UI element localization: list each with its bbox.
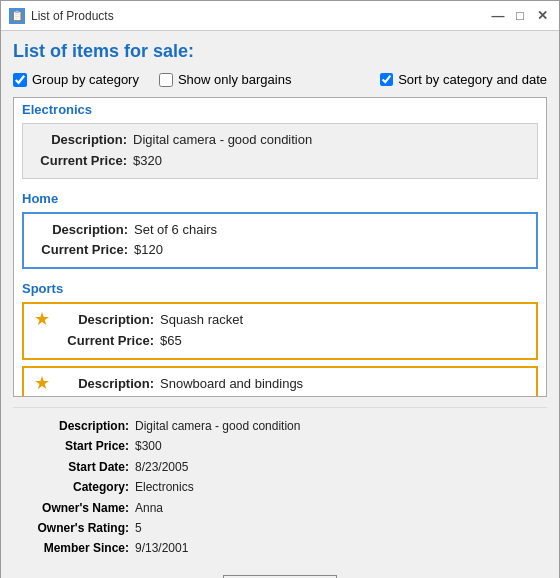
detail-owner-name-label: Owner's Name: xyxy=(25,498,135,518)
detail-member-since-row: Member Since: 9/13/2001 xyxy=(25,538,535,558)
detail-member-since-label: Member Since: xyxy=(25,538,135,558)
price-value: $320 xyxy=(133,151,162,172)
show-only-bargains-label[interactable]: Show only bargains xyxy=(178,72,291,87)
toolbar: Group by category Show only bargains Sor… xyxy=(13,72,547,87)
detail-start-price-value: $300 xyxy=(135,436,162,456)
price-label: Current Price: xyxy=(34,240,134,261)
category-sports: Sports ★ Description: Squash racket Curr… xyxy=(14,277,546,397)
window-title: List of Products xyxy=(31,9,483,23)
price-value: $65 xyxy=(160,331,182,352)
product-list[interactable]: Electronics Description: Digital camera … xyxy=(13,97,547,397)
window-controls: — □ ✕ xyxy=(489,7,551,25)
detail-start-date-row: Start Date: 8/23/2005 xyxy=(25,457,535,477)
detail-owner-name-value: Anna xyxy=(135,498,163,518)
description-value: Squash racket xyxy=(160,310,243,331)
star-icon-2: ★ xyxy=(34,374,50,392)
detail-start-date-label: Start Date: xyxy=(25,457,135,477)
product-price-row: Current Price: $320 xyxy=(33,151,527,172)
description-label: Description: xyxy=(60,310,160,331)
price-value: $150 xyxy=(160,395,189,397)
sort-label[interactable]: Sort by category and date xyxy=(398,72,547,87)
detail-description-row: Description: Digital camera - good condi… xyxy=(25,416,535,436)
product-item-bargain-2[interactable]: ★ Description: Snowboard and bindings Cu… xyxy=(22,366,538,397)
detail-owner-rating-row: Owner's Rating: 5 xyxy=(25,518,535,538)
product-item-selected[interactable]: Description: Set of 6 chairs Current Pri… xyxy=(22,212,538,270)
bottom-bar: Add Product xyxy=(13,567,547,578)
close-button[interactable]: ✕ xyxy=(533,7,551,25)
detail-description-label: Description: xyxy=(25,416,135,436)
window-icon: 📋 xyxy=(9,8,25,24)
detail-owner-rating-label: Owner's Rating: xyxy=(25,518,135,538)
maximize-button[interactable]: □ xyxy=(511,7,529,25)
sort-item: Sort by category and date xyxy=(380,72,547,87)
product-description-row: Description: Set of 6 chairs xyxy=(34,220,526,241)
description-value: Set of 6 chairs xyxy=(134,220,217,241)
detail-description-value: Digital camera - good condition xyxy=(135,416,300,436)
detail-owner-rating-value: 5 xyxy=(135,518,142,538)
detail-category-value: Electronics xyxy=(135,477,194,497)
detail-category-label: Category: xyxy=(25,477,135,497)
description-label: Description: xyxy=(34,220,134,241)
price-label: Current Price: xyxy=(33,151,133,172)
group-by-category-item: Group by category xyxy=(13,72,139,87)
minimize-button[interactable]: — xyxy=(489,7,507,25)
price-label: Current Price: xyxy=(60,395,160,397)
group-by-category-label[interactable]: Group by category xyxy=(32,72,139,87)
price-label: Current Price: xyxy=(60,331,160,352)
product-price-row: Current Price: $65 xyxy=(60,331,526,352)
product-description-row: Description: Digital camera - good condi… xyxy=(33,130,527,151)
detail-start-date-value: 8/23/2005 xyxy=(135,457,188,477)
category-header-home: Home xyxy=(14,187,546,208)
page-title: List of items for sale: xyxy=(13,41,547,62)
product-description-row: Description: Squash racket xyxy=(60,310,526,331)
product-item[interactable]: Description: Digital camera - good condi… xyxy=(22,123,538,179)
description-value: Digital camera - good condition xyxy=(133,130,312,151)
detail-category-row: Category: Electronics xyxy=(25,477,535,497)
product-price-row: Current Price: $150 xyxy=(60,395,526,397)
description-value: Snowboard and bindings xyxy=(160,374,303,395)
titlebar: 📋 List of Products — □ ✕ xyxy=(1,1,559,31)
show-only-bargains-checkbox[interactable] xyxy=(159,73,173,87)
detail-panel: Description: Digital camera - good condi… xyxy=(13,407,547,567)
sort-checkbox[interactable] xyxy=(380,73,393,86)
category-header-electronics: Electronics xyxy=(14,98,546,119)
product-item-bargain[interactable]: ★ Description: Squash racket Current Pri… xyxy=(22,302,538,360)
description-label: Description: xyxy=(60,374,160,395)
product-description-row: Description: Snowboard and bindings xyxy=(60,374,526,395)
group-by-category-checkbox[interactable] xyxy=(13,73,27,87)
product-price-row: Current Price: $120 xyxy=(34,240,526,261)
show-only-bargains-item: Show only bargains xyxy=(159,72,291,87)
detail-owner-name-row: Owner's Name: Anna xyxy=(25,498,535,518)
main-window: 📋 List of Products — □ ✕ List of items f… xyxy=(0,0,560,578)
price-value: $120 xyxy=(134,240,163,261)
detail-start-price-label: Start Price: xyxy=(25,436,135,456)
product-content-2: Description: Snowboard and bindings Curr… xyxy=(60,374,526,397)
category-electronics: Electronics Description: Digital camera … xyxy=(14,98,546,179)
category-header-sports: Sports xyxy=(14,277,546,298)
detail-start-price-row: Start Price: $300 xyxy=(25,436,535,456)
detail-member-since-value: 9/13/2001 xyxy=(135,538,188,558)
star-icon: ★ xyxy=(34,310,50,328)
description-label: Description: xyxy=(33,130,133,151)
content-area: List of items for sale: Group by categor… xyxy=(1,31,559,578)
category-home: Home Description: Set of 6 chairs Curren… xyxy=(14,187,546,270)
product-content: Description: Squash racket Current Price… xyxy=(60,310,526,352)
